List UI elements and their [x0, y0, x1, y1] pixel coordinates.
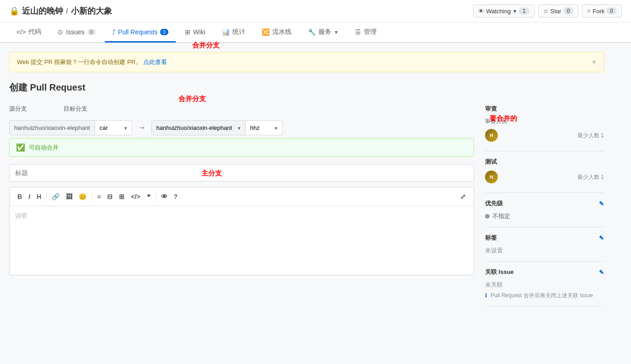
source-branch-select[interactable]: car — [95, 121, 132, 135]
reviewer-row-1: H 最少人数 1 — [485, 129, 604, 142]
page-title: 创建 Pull Request — [9, 81, 604, 94]
nav-stats[interactable]: 📊 统计 — [215, 22, 253, 43]
issues-icon: ⊙ — [58, 28, 63, 36]
watching-count: 1 — [519, 7, 529, 15]
ul-button[interactable]: ≡ — [95, 191, 103, 202]
code-button[interactable]: </> — [129, 191, 142, 202]
auto-merge-text: 可自动合并 — [29, 144, 59, 152]
nav-pr-label: Pull Requests — [118, 28, 157, 36]
priority-dot — [485, 214, 490, 219]
fork-count: 0 — [606, 7, 617, 15]
ol-button[interactable]: ⊟ — [105, 191, 115, 202]
nav-pull-requests[interactable]: ⤴ Pull Requests 0 — [105, 23, 176, 43]
service-dropdown-icon: ▼ — [334, 30, 339, 35]
toolbar-sep-3 — [156, 193, 156, 201]
branch-row: hanhuizhuo/xiaoxin-elephant car → hanhu — [9, 120, 474, 135]
repo-name: 小新的大象 — [71, 5, 112, 16]
nav-pipeline-label: 流水线 — [272, 28, 291, 36]
labels-section: 标签 ✎ 未设置 — [485, 227, 604, 262]
star-button[interactable]: ☆ Star 0 — [538, 5, 579, 17]
pr-title-input[interactable] — [9, 164, 474, 182]
service-icon: 🔧 — [308, 28, 316, 36]
main-content: Web 提交 PR 很麻烦？一行命令自动创建 PR。 点此查看 × 创建 Pul… — [0, 43, 613, 316]
wiki-icon: ⊞ — [185, 28, 190, 36]
banner-link[interactable]: 点此查看 — [143, 59, 167, 65]
code-icon: </> — [16, 28, 26, 36]
tester-min-1: 最少人数 1 — [577, 173, 604, 181]
watching-label: Watching — [486, 8, 511, 15]
labels-edit-button[interactable]: ✎ — [599, 235, 604, 241]
pr-badge: 0 — [160, 29, 168, 35]
nav-wiki[interactable]: ⊞ Wiki — [178, 23, 212, 43]
nav-stats-label: 统计 — [232, 28, 245, 36]
priority-title: 优先级 ✎ — [485, 199, 604, 208]
editor-description-area[interactable]: 说明 — [10, 206, 474, 275]
expand-button[interactable]: ⤢ — [458, 191, 468, 202]
priority-edit-button[interactable]: ✎ — [599, 200, 604, 207]
source-branch-label: 源分支 — [9, 105, 27, 113]
auto-merge-indicator: ✅ 可自动合并 — [9, 138, 474, 157]
star-label: Star — [550, 8, 561, 15]
star-count: 0 — [563, 7, 574, 15]
issue-section: 关联 Issue ✎ 未关联 ℹ Pull Request 合并后将关闭上述关联… — [485, 262, 604, 306]
image-button[interactable]: 🖼 — [64, 191, 75, 202]
issues-badge: 0 — [87, 29, 96, 35]
tester-row-1: H 最少人数 1 — [485, 171, 604, 183]
target-branch-wrapper: hhz — [246, 121, 282, 135]
branch-arrow: → — [138, 123, 146, 133]
nav-code-label: 代码 — [28, 28, 41, 36]
test-section: 测试 H 最少人数 1 — [485, 151, 604, 193]
source-branch-group: hanhuizhuo/xiaoxin-elephant car — [9, 120, 132, 135]
merge-branch-label: 合并分支 — [178, 95, 206, 103]
banner-close-button[interactable]: × — [592, 58, 596, 66]
target-branch-label: 目标分支 — [64, 105, 87, 113]
pipeline-icon: 🔀 — [262, 28, 270, 36]
pr-icon: ⤴ — [112, 28, 115, 36]
nav-pipeline[interactable]: 🔀 流水线 — [254, 22, 299, 43]
watching-button[interactable]: 👁 Watching ▼ 1 — [473, 5, 534, 17]
watching-dropdown-icon: ▼ — [512, 9, 517, 14]
nav-code[interactable]: </> 代码 — [9, 22, 49, 43]
heading-button[interactable]: H — [34, 191, 43, 202]
bold-button[interactable]: B — [15, 191, 24, 202]
nav: </> 代码 ⊙ Issues 0 ⤴ Pull Requests 0 ⊞ Wi… — [0, 22, 631, 43]
fork-button[interactable]: ⑂ Fork 0 — [582, 5, 622, 17]
toolbar-sep-2 — [92, 193, 92, 201]
nav-issues-label: Issues — [66, 28, 84, 36]
lock-icon: 🔒 — [9, 6, 19, 16]
target-repo-select[interactable]: hanhuizhuo/xiaoxin-elephant — [152, 121, 245, 135]
reviewer-min-1: 最少人数 1 — [577, 132, 604, 139]
tester-avatar-1: H — [485, 171, 498, 183]
issue-edit-button[interactable]: ✎ — [599, 269, 604, 276]
nav-service[interactable]: 🔧 服务 ▼ — [301, 22, 346, 43]
nav-issues[interactable]: ⊙ Issues 0 — [50, 23, 103, 43]
link-button[interactable]: 🔗 — [49, 191, 62, 202]
test-title: 测试 — [485, 158, 604, 166]
reviewers-title: 审查人员 — [485, 118, 604, 125]
labels-title: 标签 ✎ — [485, 234, 604, 242]
quote-button[interactable]: ❝ — [145, 191, 153, 202]
banner-text: Web 提交 PR 很麻烦？一行命令自动创建 PR。 点此查看 — [17, 58, 167, 66]
pr-form: 源分支 目标分支 hanhuizhuo/xiaoxin-elephant car… — [9, 105, 474, 306]
target-branch-select[interactable]: hhz — [246, 121, 282, 135]
editor-toolbar: B I H 🔗 🖼 😊 ≡ ⊟ ⊞ </> ❝ 👁 ? ⤢ — [10, 187, 474, 206]
nav-wiki-label: Wiki — [193, 28, 205, 36]
star-icon: ☆ — [543, 8, 549, 15]
nav-manage[interactable]: ☰ 管理 — [348, 22, 384, 43]
nav-service-label: 服务 — [318, 28, 331, 36]
description-placeholder: 说明 — [15, 212, 27, 219]
emoji-button[interactable]: 😊 — [76, 191, 89, 202]
italic-button[interactable]: I — [26, 191, 32, 202]
preview-button[interactable]: 👁 — [159, 191, 170, 202]
manage-icon: ☰ — [355, 28, 361, 36]
header-actions: 👁 Watching ▼ 1 ☆ Star 0 ⑂ Fork 0 — [473, 5, 622, 17]
check-circle-icon: ✅ — [16, 143, 25, 152]
repo-title: 🔒 近山的晚钟 / 小新的大象 — [9, 5, 112, 16]
priority-value: 不指定 — [492, 212, 510, 220]
repo-owner: 近山的晚钟 — [22, 5, 63, 16]
review-section: 审查 审查人员 H 最少人数 1 — [485, 105, 604, 151]
help-button[interactable]: ? — [172, 191, 180, 202]
nav-manage-label: 管理 — [364, 28, 377, 36]
labels-value: 未设置 — [485, 247, 503, 254]
table-button[interactable]: ⊞ — [117, 191, 127, 202]
